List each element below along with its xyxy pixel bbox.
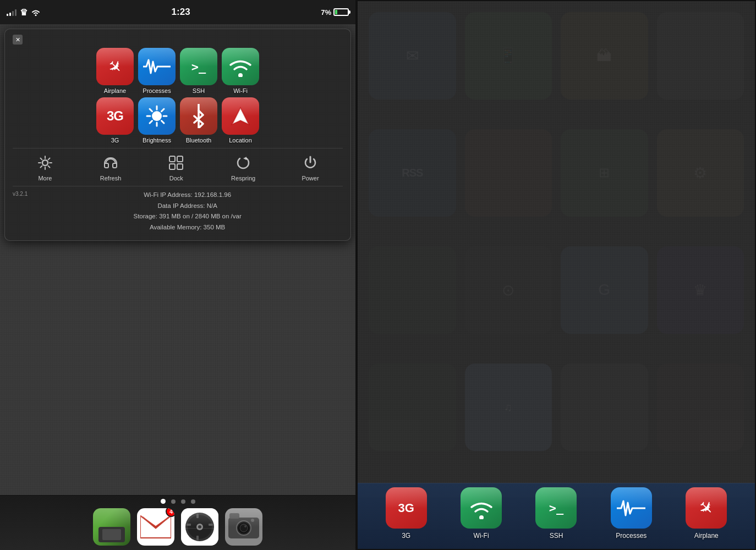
location-symbol	[229, 105, 251, 127]
right-processes-label: Processes	[616, 532, 647, 540]
refresh-toolbar-item[interactable]: Refresh	[100, 153, 122, 182]
right-dock-processes-item[interactable]: Processes	[611, 487, 652, 540]
location-icon-item[interactable]: Location	[222, 97, 259, 144]
bluetooth-icon-item[interactable]: Bluetooth	[180, 97, 217, 144]
right-airplane-label: Airplane	[694, 532, 719, 540]
dock-dot-3	[181, 499, 185, 504]
dock-dots	[161, 499, 195, 504]
dock-toolbar-item[interactable]: Dock	[166, 153, 186, 182]
processes-label: Processes	[143, 87, 171, 94]
svg-rect-29	[196, 514, 199, 518]
right-dock-ssh-item[interactable]: >_ SSH	[535, 487, 577, 540]
rhs-icon-7-inner: ⊞	[561, 129, 648, 217]
rhs-icon-14-inner: ♫	[465, 364, 552, 451]
respring-icon	[235, 155, 251, 170]
ssh-icon-item[interactable]: >_ SSH	[180, 48, 217, 94]
airplane-icon-item[interactable]: ✈ Airplane	[96, 48, 134, 94]
svg-line-8	[162, 121, 165, 124]
rhs-icon-4	[657, 12, 744, 100]
more-toolbar-item[interactable]: More	[35, 153, 55, 182]
mail-icon	[140, 512, 171, 542]
airplane-label: Airplane	[104, 87, 126, 94]
status-time: 1:23	[172, 7, 190, 18]
wifi-status-icon	[31, 8, 41, 16]
right-dock-airplane-item[interactable]: ✈ Airplane	[686, 487, 727, 540]
right-dock-wifi-icon	[461, 487, 502, 529]
rhs-icon-15	[561, 364, 648, 451]
brightness-label: Brightness	[143, 137, 171, 144]
bluetooth-label: Bluetooth	[186, 137, 211, 144]
rhs-icon-12: ♛	[657, 246, 744, 334]
3g-icon-item[interactable]: 3G 3G	[96, 97, 134, 144]
rhs-icon-11: G	[561, 246, 648, 334]
svg-line-9	[162, 109, 165, 112]
dock-icons: 4	[87, 508, 268, 546]
respring-toolbar-item[interactable]: Respring	[231, 153, 255, 182]
icons-row-2: 3G 3G	[13, 97, 343, 144]
dock-dot-1	[161, 499, 166, 504]
carrier-icon: ♛	[20, 7, 28, 18]
svg-rect-33	[185, 528, 214, 529]
processes-icon-item[interactable]: Processes	[138, 48, 176, 94]
dock-dot-4	[191, 499, 195, 504]
ssh-icon: >_	[180, 48, 217, 85]
mail-badge: 4	[166, 508, 174, 517]
wifi-icon-item[interactable]: Wi-Fi	[222, 48, 259, 94]
right-dock-3g-icon: 3G	[386, 487, 427, 529]
power-toolbar-item[interactable]: Power	[300, 153, 320, 182]
right-dock-wifi-item[interactable]: Wi-Fi	[461, 487, 502, 540]
photos-dock-app[interactable]	[93, 508, 130, 546]
rhs-icon-9	[369, 246, 456, 334]
info-text: Wi-Fi IP Address: 192.168.1.96 Data IP A…	[32, 190, 343, 233]
rhs-icon-3: 🏔	[561, 12, 648, 100]
brightness-symbol	[145, 104, 169, 128]
wifi-symbol	[228, 56, 253, 77]
location-icon	[222, 97, 259, 135]
version-label: v3.2.1	[13, 191, 28, 233]
battery-fill	[335, 10, 337, 14]
brightness-icon	[138, 97, 176, 135]
music-dock-app[interactable]	[181, 508, 218, 546]
left-panel: ♛ 1:23 7% ✕	[0, 0, 357, 550]
camera-dock-app[interactable]	[225, 508, 262, 546]
respring-toolbar-icon	[233, 153, 253, 173]
rhs-icon-3-inner: 🏔	[561, 12, 648, 100]
processes-icon	[138, 48, 176, 85]
gear-icon	[37, 155, 53, 170]
close-icon: ✕	[15, 36, 20, 43]
status-bar: ♛ 1:23 7%	[0, 0, 355, 24]
bluetooth-icon	[180, 97, 217, 135]
right-wifi-label: Wi-Fi	[474, 532, 489, 540]
right-dock-ssh-icon: >_	[535, 487, 577, 529]
svg-rect-15	[177, 156, 183, 162]
right-processes-symbol	[617, 498, 645, 518]
svg-rect-35	[229, 513, 239, 519]
right-dock-airplane-icon: ✈	[686, 487, 727, 529]
3g-symbol: 3G	[107, 108, 123, 124]
right-homescreen: ✉ 📱 🏔 RSS ⊞ ⚙ ⊙ G ♛	[358, 1, 755, 483]
svg-marker-12	[232, 108, 249, 124]
ssh-label: SSH	[193, 87, 205, 94]
right-ssh-label: SSH	[550, 532, 563, 540]
rhs-icon-10-inner: ⊙	[465, 246, 552, 334]
rhs-icon-13	[369, 364, 456, 451]
dock: 4	[0, 495, 355, 550]
dock-dot-2	[171, 499, 176, 504]
power-toolbar-icon	[300, 153, 320, 173]
main-content: ✕ ✈ Airplane Processes	[0, 24, 355, 495]
svg-rect-30	[196, 536, 199, 540]
signal-bar-3	[12, 11, 14, 16]
svg-point-0	[35, 15, 37, 16]
svg-point-13	[42, 160, 48, 166]
rhs-icon-14: ♫	[465, 364, 552, 451]
mail-dock-app[interactable]: 4	[137, 508, 174, 546]
music-placeholder: ♫	[504, 401, 512, 414]
right-ssh-symbol: >_	[549, 501, 564, 515]
close-button[interactable]: ✕	[13, 35, 23, 45]
wifi-label: Wi-Fi	[233, 87, 248, 94]
rhs-icon-10: ⊙	[465, 246, 552, 334]
right-dock-3g-item[interactable]: 3G 3G	[386, 487, 427, 540]
dock-label: Dock	[169, 175, 183, 182]
brightness-icon-item[interactable]: Brightness	[138, 97, 176, 144]
rhs-icon-1: ✉	[369, 12, 456, 100]
